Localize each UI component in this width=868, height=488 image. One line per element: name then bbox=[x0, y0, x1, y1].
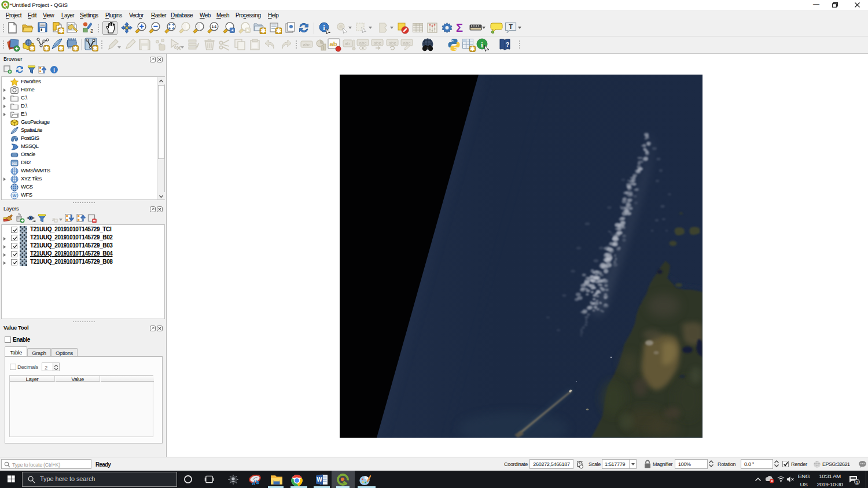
svg-text:i: i bbox=[481, 40, 483, 49]
svg-text:✱: ✱ bbox=[30, 45, 35, 51]
svg-text:1:1: 1:1 bbox=[212, 25, 217, 28]
svg-text:✱: ✱ bbox=[260, 27, 266, 34]
svg-text:W: W bbox=[13, 194, 17, 198]
svg-text:✱: ✱ bbox=[58, 45, 64, 51]
svg-text:✱: ✱ bbox=[276, 27, 281, 34]
svg-text:✱: ✱ bbox=[470, 46, 475, 52]
svg-text:abc: abc bbox=[303, 42, 311, 47]
svg-text:abc: abc bbox=[403, 40, 411, 46]
svg-text:✱: ✱ bbox=[93, 45, 98, 51]
svg-text:W: W bbox=[317, 476, 322, 483]
svg-text:abc: abc bbox=[389, 40, 396, 46]
svg-text:?: ? bbox=[506, 41, 509, 48]
svg-text:a: a bbox=[90, 27, 93, 34]
svg-text:✱: ✱ bbox=[44, 45, 49, 51]
svg-text:✱: ✱ bbox=[58, 27, 64, 34]
svg-text:abc: abc bbox=[359, 40, 367, 46]
svg-text:T: T bbox=[509, 23, 513, 30]
svg-text:i: i bbox=[53, 68, 55, 73]
svg-text:✱: ✱ bbox=[73, 45, 78, 51]
svg-text:1: 1 bbox=[856, 480, 859, 485]
svg-text:abc: abc bbox=[374, 40, 381, 46]
svg-text:ab: ab bbox=[345, 41, 350, 46]
svg-text:Σ: Σ bbox=[456, 22, 463, 34]
svg-text:ab: ab bbox=[330, 40, 337, 47]
svg-text:DB2: DB2 bbox=[12, 162, 17, 165]
